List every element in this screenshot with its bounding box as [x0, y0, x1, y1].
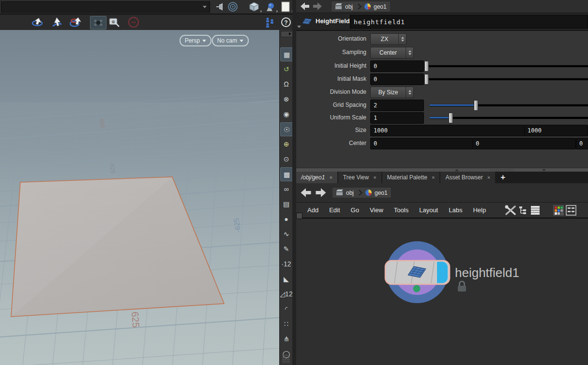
- orientation-menu[interactable]: ZX: [370, 33, 407, 45]
- back-arrow-button[interactable]: [300, 2, 310, 11]
- back-arrow-button[interactable]: [300, 188, 312, 198]
- toolbar-grip[interactable]: [282, 354, 290, 363]
- menu-labs[interactable]: Labs: [443, 206, 467, 214]
- division-mode-menu[interactable]: By Size: [370, 87, 414, 98]
- lock-icon[interactable]: Ω: [280, 77, 292, 90]
- breadcrumb-obj[interactable]: obj: [345, 3, 353, 10]
- spinner[interactable]: [398, 34, 406, 44]
- close-icon[interactable]: ×: [373, 175, 376, 180]
- zoom-region-tool[interactable]: ⊕: [106, 16, 122, 29]
- target-icon[interactable]: [226, 1, 239, 12]
- node-heightfield1[interactable]: [385, 261, 450, 284]
- spinner[interactable]: [406, 47, 413, 58]
- grid-spacing-input[interactable]: 2: [370, 100, 424, 111]
- lasso-select-icon[interactable]: ↺: [280, 62, 292, 75]
- pen-icon[interactable]: ✎: [280, 242, 292, 255]
- add-light-icon[interactable]: ⊕: [280, 137, 292, 150]
- scene-viewport[interactable]: -625 -625 -625 625 Persp No cam: [0, 30, 279, 365]
- tab-obj-geo1[interactable]: /obj/geo1 ×: [296, 172, 337, 183]
- menu-help[interactable]: Help: [467, 206, 491, 214]
- network-boxes-icon[interactable]: [566, 205, 576, 216]
- splitter-down-icon[interactable]: [542, 169, 546, 171]
- close-icon[interactable]: ×: [487, 175, 490, 180]
- light-icon[interactable]: [264, 1, 276, 12]
- node-name-input[interactable]: heightfield1: [350, 15, 588, 29]
- initial-height-input[interactable]: 0: [370, 60, 424, 72]
- tab-material-palette[interactable]: Material Palette ×: [382, 172, 440, 183]
- profile-curve-icon[interactable]: ◜: [280, 302, 292, 315]
- tab-asset-browser[interactable]: Asset Browser ×: [440, 172, 495, 183]
- spinner[interactable]: [406, 87, 413, 98]
- help-icon[interactable]: ?: [278, 16, 294, 29]
- points-icon[interactable]: ●: [280, 212, 292, 225]
- initial-mask-input[interactable]: 0: [370, 73, 424, 85]
- breadcrumb-obj[interactable]: obj: [346, 190, 354, 196]
- tools-icon[interactable]: [505, 205, 516, 216]
- view-tool[interactable]: [90, 16, 106, 29]
- menu-view[interactable]: View: [364, 206, 389, 214]
- size-y-input[interactable]: 1000: [524, 125, 588, 136]
- initial-mask-slider-handle[interactable]: [424, 74, 429, 85]
- point-hook-icon[interactable]: ∿: [280, 227, 292, 240]
- vector-icon[interactable]: ⋔: [280, 332, 292, 345]
- cube-icon[interactable]: [248, 1, 260, 12]
- light-off-icon[interactable]: ⊗: [280, 92, 292, 105]
- menu-edit[interactable]: Edit: [324, 206, 345, 214]
- chevron-down-icon[interactable]: [297, 26, 301, 28]
- heightfield-shade-icon[interactable]: ▦: [280, 47, 293, 61]
- characters-icon[interactable]: [262, 16, 278, 29]
- node-name-label[interactable]: heightfield1: [455, 265, 519, 280]
- glasses-icon[interactable]: ∞: [280, 182, 292, 195]
- prim-numbers-icon[interactable]: ◿12: [280, 287, 292, 300]
- menu-layout[interactable]: Layout: [414, 206, 443, 214]
- size-x-input[interactable]: 1000: [370, 125, 525, 136]
- menu-tools[interactable]: Tools: [389, 206, 414, 214]
- pin-icon[interactable]: [213, 1, 226, 12]
- initial-height-slider-track[interactable]: [429, 65, 588, 67]
- network-editor-canvas[interactable]: heightfield1: [296, 219, 588, 365]
- forward-arrow-button[interactable]: [315, 188, 327, 198]
- shelf-dropdown[interactable]: [1, 1, 210, 13]
- center-x-input[interactable]: 0: [370, 138, 473, 149]
- close-icon[interactable]: ×: [432, 175, 435, 180]
- checker-cube-icon[interactable]: ▩: [280, 167, 293, 181]
- menu-go[interactable]: Go: [346, 206, 364, 214]
- light-on-icon[interactable]: ☉: [280, 122, 293, 136]
- snap-disabled-icon[interactable]: [126, 16, 141, 29]
- headlight-icon[interactable]: ◉: [280, 107, 292, 120]
- display-menu-button[interactable]: [281, 31, 293, 37]
- tree-view-icon[interactable]: [518, 205, 528, 216]
- orbit-tool[interactable]: [30, 16, 45, 29]
- menu-add[interactable]: Add: [302, 206, 324, 214]
- pin-light-icon[interactable]: ⊙: [280, 152, 292, 165]
- breadcrumb-geo1[interactable]: geo1: [374, 3, 387, 10]
- clapper-glasses-icon[interactable]: ▤: [280, 197, 292, 210]
- division-mode-value: By Size: [371, 89, 406, 96]
- node-display-flag[interactable]: [437, 262, 448, 283]
- list-view-icon[interactable]: [530, 205, 541, 216]
- tab-tree-view[interactable]: Tree View ×: [338, 172, 381, 183]
- camera-select-button[interactable]: No cam: [212, 35, 249, 46]
- prim-normals-icon[interactable]: ◣: [280, 272, 292, 285]
- center-y-input[interactable]: 0: [472, 138, 576, 149]
- swatch-icon[interactable]: [279, 1, 292, 12]
- sampling-menu[interactable]: Center: [370, 47, 414, 58]
- initial-height-slider-handle[interactable]: [424, 61, 429, 72]
- breadcrumb-geo1[interactable]: geo1: [375, 190, 388, 196]
- group-box-icon[interactable]: ∷: [280, 317, 292, 330]
- uniform-scale-slider-handle[interactable]: [449, 113, 453, 123]
- grid-spacing-slider-handle[interactable]: [474, 100, 478, 111]
- select-tool[interactable]: [50, 16, 65, 29]
- point-numbers-icon[interactable]: ·12: [280, 257, 292, 270]
- initial-mask-slider-track[interactable]: [429, 78, 588, 80]
- transform-tool[interactable]: [69, 16, 84, 29]
- splitter-up-icon[interactable]: [455, 169, 459, 171]
- new-tab-button[interactable]: +: [496, 172, 510, 183]
- forward-arrow-button[interactable]: [312, 2, 323, 11]
- uniform-scale-input[interactable]: 1: [370, 112, 424, 124]
- uniform-scale-slider-track[interactable]: [430, 117, 588, 119]
- color-palette-icon[interactable]: [553, 205, 564, 216]
- camera-persp-button[interactable]: Persp: [180, 35, 211, 46]
- close-icon[interactable]: ×: [329, 175, 332, 180]
- center-z-input[interactable]: 0: [576, 138, 588, 149]
